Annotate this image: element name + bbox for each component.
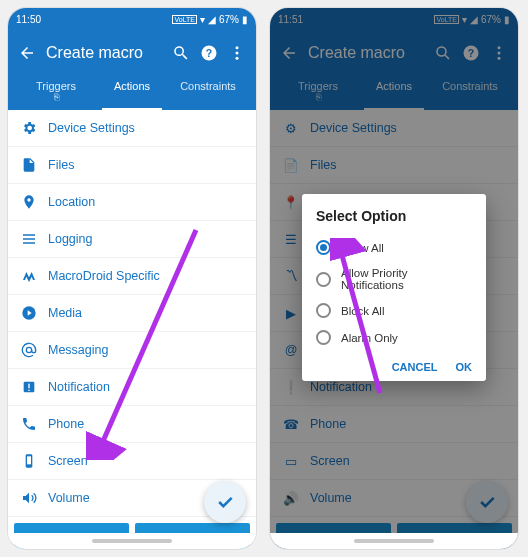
option-alarm-only[interactable]: Alarm Only xyxy=(316,324,472,351)
item-messaging[interactable]: Messaging xyxy=(8,332,256,369)
option-label: Alarm Only xyxy=(341,332,398,344)
item-device-settings[interactable]: Device Settings xyxy=(8,110,256,147)
dialog-title: Select Option xyxy=(316,208,472,224)
overflow-icon[interactable] xyxy=(228,44,246,62)
nav-bar xyxy=(8,533,256,549)
list-icon xyxy=(20,230,38,248)
tab-actions-label: Actions xyxy=(114,80,150,92)
tab-triggers-sub-icon: ⎘ xyxy=(18,92,94,102)
at-icon xyxy=(20,341,38,359)
tabs: Triggers ⎘ Actions Constraints xyxy=(18,74,246,110)
option-allow-all[interactable]: Allow All xyxy=(316,234,472,261)
location-icon xyxy=(20,193,38,211)
confirm-fab[interactable] xyxy=(204,481,246,523)
svg-point-6 xyxy=(26,347,31,352)
phone-icon xyxy=(20,415,38,433)
tab-triggers[interactable]: Triggers ⎘ xyxy=(18,74,94,110)
battery-pct: 67% xyxy=(219,14,239,25)
play-icon xyxy=(20,304,38,322)
item-notification[interactable]: Notification xyxy=(8,369,256,406)
svg-rect-11 xyxy=(27,456,31,464)
list-item-label: Phone xyxy=(48,417,84,431)
back-icon[interactable] xyxy=(18,44,36,62)
tab-constraints[interactable]: Constraints xyxy=(170,74,246,110)
tab-triggers-label: Triggers xyxy=(36,80,76,92)
macrodroid-icon xyxy=(20,267,38,285)
option-allow-priority[interactable]: Allow Priority Notifications xyxy=(316,261,472,297)
option-label: Allow All xyxy=(341,242,384,254)
nav-bar xyxy=(270,533,518,549)
phone-left: 11:50 VoLTE ▾ ◢ 67% ▮ Create macro ? xyxy=(8,8,256,549)
svg-rect-9 xyxy=(28,390,29,391)
list-item-label: Device Settings xyxy=(48,121,135,135)
action-category-list: Device Settings Files Location Logging M… xyxy=(8,110,256,517)
app-bar: Create macro ? Triggers ⎘ Actions Constr… xyxy=(8,30,256,110)
list-item-label: Volume xyxy=(48,491,90,505)
svg-point-3 xyxy=(236,52,239,55)
alert-icon xyxy=(20,378,38,396)
item-files[interactable]: Files xyxy=(8,147,256,184)
option-label: Allow Priority Notifications xyxy=(341,267,472,291)
option-label: Block All xyxy=(341,305,384,317)
volte-label: VoLTE xyxy=(172,15,197,24)
item-location[interactable]: Location xyxy=(8,184,256,221)
radio-icon xyxy=(316,303,331,318)
list-item-label: Notification xyxy=(48,380,110,394)
select-option-dialog: Select Option Allow All Allow Priority N… xyxy=(302,194,486,381)
list-item-label: Media xyxy=(48,306,82,320)
search-icon[interactable] xyxy=(172,44,190,62)
gear-icon xyxy=(20,119,38,137)
svg-text:?: ? xyxy=(206,47,212,59)
wifi-icon: ▾ xyxy=(200,14,205,25)
help-icon[interactable]: ? xyxy=(200,44,218,62)
cancel-button[interactable]: CANCEL xyxy=(392,361,438,373)
phone-right: 11:51 VoLTE ▾ ◢ 67% ▮ Create macro ? Tri… xyxy=(270,8,518,549)
tab-actions[interactable]: Actions xyxy=(94,74,170,110)
status-icons: VoLTE ▾ ◢ 67% ▮ xyxy=(172,14,248,25)
battery-icon: ▮ xyxy=(242,14,248,25)
ok-button[interactable]: OK xyxy=(456,361,473,373)
list-item-label: Location xyxy=(48,195,95,209)
page-title: Create macro xyxy=(46,44,162,62)
svg-rect-8 xyxy=(28,384,29,389)
radio-icon xyxy=(316,330,331,345)
item-screen[interactable]: Screen xyxy=(8,443,256,480)
svg-point-2 xyxy=(236,46,239,49)
item-macrodroid[interactable]: MacroDroid Specific xyxy=(8,258,256,295)
tab-constraints-label: Constraints xyxy=(180,80,236,92)
svg-point-4 xyxy=(236,57,239,60)
nav-pill[interactable] xyxy=(354,539,434,543)
file-icon xyxy=(20,156,38,174)
signal-icon: ◢ xyxy=(208,14,216,25)
list-item-label: Screen xyxy=(48,454,88,468)
list-item-label: Logging xyxy=(48,232,93,246)
item-phone[interactable]: Phone xyxy=(8,406,256,443)
radio-icon xyxy=(316,240,331,255)
list-item-label: MacroDroid Specific xyxy=(48,269,160,283)
item-media[interactable]: Media xyxy=(8,295,256,332)
list-item-label: Messaging xyxy=(48,343,108,357)
screen-icon xyxy=(20,452,38,470)
list-item-label: Files xyxy=(48,158,74,172)
nav-pill[interactable] xyxy=(92,539,172,543)
option-block-all[interactable]: Block All xyxy=(316,297,472,324)
radio-icon xyxy=(316,272,331,287)
status-bar: 11:50 VoLTE ▾ ◢ 67% ▮ xyxy=(8,8,256,30)
volume-icon xyxy=(20,489,38,507)
clock: 11:50 xyxy=(16,14,41,25)
item-logging[interactable]: Logging xyxy=(8,221,256,258)
